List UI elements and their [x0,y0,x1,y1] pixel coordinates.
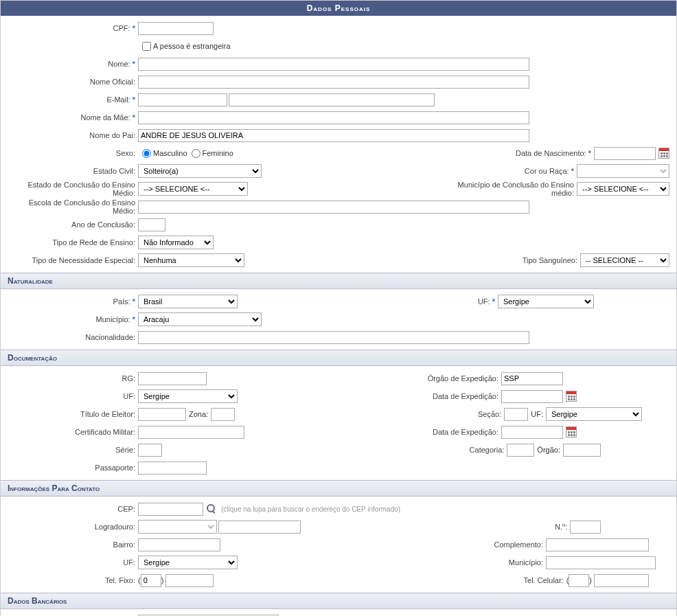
label-orgao-militar: Órgão: [537,446,560,454]
orgao-militar-input[interactable] [563,444,601,457]
label-tipo-sanguineo: Tipo Sanguíneo: [523,256,580,264]
label-bairro: Bairro: [8,540,138,549]
nome-mae-input[interactable] [138,111,529,124]
label-logradouro: Logradouro: [8,523,138,531]
estado-civil-select[interactable]: Solteiro(a) [138,164,262,178]
label-email: E-Mail: * [8,95,138,104]
uf-nat-select[interactable]: Sergipe [498,295,594,308]
label-nome-pai: Nome do Pai: [8,131,138,139]
nacionalidade-input[interactable] [138,331,529,344]
cep-input[interactable] [138,503,203,516]
label-estado-conclusao: Estado de Conclusão do Ensino Médio: [8,181,138,197]
tel-fixo-ddd-input[interactable] [141,574,161,587]
calendar-icon[interactable] [566,426,577,437]
calendar-icon[interactable] [658,148,669,159]
tel-cel-input[interactable] [594,574,649,587]
label-escola-conclusao: Escola de Conclusão do Ensino Médio: [8,198,138,215]
search-icon[interactable] [206,503,217,514]
label-secao: Seção: [478,410,504,418]
escola-conclusao-input[interactable] [138,201,529,214]
label-nome: Nome: * [8,60,138,68]
label-masculino: Masculino [153,149,187,157]
label-uf-contato: UF: [8,558,138,567]
orgao-exp-input[interactable] [501,372,563,385]
label-pais: País: * [8,297,138,306]
pais-select[interactable]: Brasil [138,295,238,308]
label-data-exp-rg: Data de Expedição: [433,392,501,400]
label-rg: RG: [8,374,138,383]
label-serie: Série: [8,446,138,454]
uf-rg-select[interactable]: Sergipe [138,389,238,403]
nome-oficial-input[interactable] [138,76,529,89]
cpf-input[interactable] [138,22,214,35]
numero-input[interactable] [570,521,601,534]
label-uf-rg: UF: [8,392,138,400]
section-naturalidade: Naturalidade [1,273,676,289]
tipo-rede-select[interactable]: Não Informado [138,236,214,249]
cor-raca-select[interactable] [577,164,669,178]
tel-cel-ddd-input[interactable] [569,574,589,587]
label-municipio-nat: Município: * [8,315,138,323]
email-input[interactable] [138,93,227,106]
label-orgao-exp: Órgão de Expedição: [428,374,501,383]
municipio-conclusao-select[interactable]: --> SELECIONE <-- [577,182,669,196]
label-uf-titulo: UF: [531,410,543,418]
ano-conclusao-input[interactable] [138,218,165,231]
label-cor-raca: Cor ou Raça: * [525,167,577,175]
label-complemento: Complemento: [494,540,546,549]
label-tel-celular: Tel. Celular: [524,576,566,584]
rg-input[interactable] [138,372,207,385]
data-nasc-input[interactable] [594,147,656,160]
label-nacionalidade: Nacionalidade: [8,333,138,341]
page-title: Dados Pessoais [1,1,676,16]
label-data-exp-militar: Data de Expedição: [433,428,501,436]
label-numero: N.º: [555,523,570,531]
estado-conclusao-select[interactable]: --> SELECIONE <-- [138,182,248,196]
label-tel-fixo: Tel. Fixo: [8,576,138,584]
passaporte-input[interactable] [138,461,207,475]
label-cpf: CPF: * [8,24,138,32]
label-cert-militar: Certificado Militar: [8,428,138,436]
data-exp-militar-input[interactable] [501,426,563,439]
nome-pai-input[interactable] [138,129,529,142]
label-ano-conclusao: Ano de Conclusão: [8,220,138,229]
municipio-nat-select[interactable]: Aracaju [138,312,262,326]
label-zona: Zona: [189,410,208,418]
titulo-eleitor-input[interactable] [138,408,186,421]
label-municipio-contato: Município: [509,558,546,567]
label-estado-civil: Estado Civil: [8,167,138,175]
tipo-sanguineo-select[interactable]: -- SELECIONE -- [580,253,669,267]
zona-input[interactable] [211,408,235,421]
label-data-nasc: Data de Nascimento: * [516,149,594,157]
label-feminino: Feminino [203,149,233,157]
label-estrangeira: A pessoa é estrangeira [153,42,231,50]
cert-militar-input[interactable] [138,426,244,439]
section-documentacao: Documentação [1,350,676,366]
label-nome-oficial: Nome Oficial: [8,78,138,86]
label-tipo-rede: Tipo de Rede de Ensino: [8,238,138,247]
bairro-input[interactable] [138,538,220,551]
label-titulo-eleitor: Título de Eleitor: [8,410,138,418]
data-exp-rg-input[interactable] [501,390,563,403]
complemento-input[interactable] [546,538,649,551]
uf-titulo-select[interactable]: Sergipe [546,407,642,421]
municipio-contato-input[interactable] [546,556,656,569]
label-categoria: Categoria: [470,446,507,454]
email-input-2[interactable] [229,93,435,106]
sexo-feminino-radio[interactable] [192,149,200,158]
categoria-input[interactable] [507,444,534,457]
label-passaporte: Passaporte: [8,464,138,472]
tel-fixo-input[interactable] [165,574,214,587]
estrangeira-checkbox[interactable] [142,42,151,51]
secao-input[interactable] [504,408,528,421]
logradouro-input[interactable] [218,521,301,534]
logradouro-tipo-select[interactable] [138,520,217,534]
sexo-masculino-radio[interactable] [142,149,151,158]
serie-input[interactable] [138,444,162,457]
nome-input[interactable] [138,58,529,71]
label-sexo: Sexo: [8,149,138,157]
calendar-icon[interactable] [566,391,577,402]
section-bancarios: Dados Bancários [1,593,676,609]
uf-contato-select[interactable]: Sergipe [138,556,238,569]
tipo-necessidade-select[interactable]: Nenhuma [138,253,244,267]
